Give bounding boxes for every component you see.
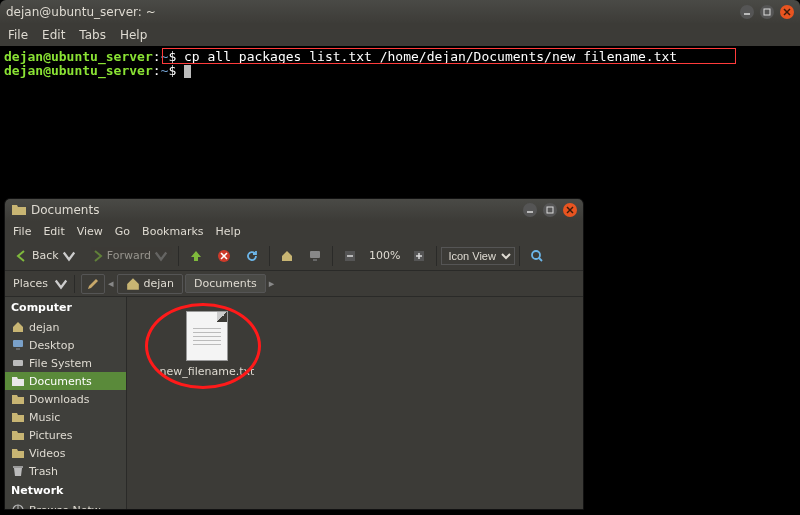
- stop-button[interactable]: [211, 246, 237, 266]
- chevron-down-icon[interactable]: [54, 277, 68, 291]
- stop-icon: [217, 249, 231, 263]
- menu-tabs[interactable]: Tabs: [79, 28, 106, 42]
- zoom-out-icon: [343, 249, 357, 263]
- svg-line-19: [539, 258, 542, 261]
- terminal-titlebar: dejan@ubuntu_server: ~: [0, 0, 800, 24]
- up-button[interactable]: [183, 246, 209, 266]
- folder-icon: [11, 374, 25, 388]
- svg-rect-20: [13, 340, 23, 347]
- sidebar-item-downloads[interactable]: Downloads: [5, 390, 126, 408]
- fm-menu-file[interactable]: File: [13, 225, 31, 238]
- sidebar-item-dejan[interactable]: dejan: [5, 318, 126, 336]
- terminal-line-2: dejan@ubuntu_server:~$: [4, 64, 796, 78]
- svg-rect-22: [13, 360, 23, 366]
- file-manager-window: Documents File Edit View Go Bookmarks He…: [4, 198, 584, 510]
- menu-file[interactable]: File: [8, 28, 28, 42]
- folder-icon: [11, 446, 25, 460]
- menu-edit[interactable]: Edit: [42, 28, 65, 42]
- svg-rect-1: [764, 9, 770, 15]
- sidebar-item-documents[interactable]: Documents: [5, 372, 126, 390]
- computer-button[interactable]: [302, 246, 328, 266]
- fm-toolbar: Back Forward 100% Icon View: [5, 241, 583, 271]
- svg-point-18: [532, 251, 540, 259]
- file-item[interactable]: new_filename.txt: [157, 311, 257, 378]
- search-button[interactable]: [524, 246, 550, 266]
- fm-menu-view[interactable]: View: [77, 225, 103, 238]
- fm-title: Documents: [31, 203, 523, 217]
- fm-window-buttons: [523, 203, 577, 217]
- svg-rect-21: [16, 348, 20, 350]
- prompt-user: dejan@ubuntu_server: [4, 49, 153, 64]
- file-label: new_filename.txt: [157, 365, 257, 378]
- back-button[interactable]: Back: [9, 246, 82, 266]
- folder-icon: [11, 428, 25, 442]
- toolbar-separator: [519, 246, 520, 266]
- window-buttons: [740, 5, 794, 19]
- zoom-in-icon: [412, 249, 426, 263]
- maximize-button[interactable]: [760, 5, 774, 19]
- fm-menu-bookmarks[interactable]: Bookmarks: [142, 225, 203, 238]
- menu-help[interactable]: Help: [120, 28, 147, 42]
- toolbar-separator: [269, 246, 270, 266]
- pencil-icon: [86, 277, 100, 291]
- chevron-down-icon: [154, 249, 168, 263]
- forward-button[interactable]: Forward: [84, 246, 174, 266]
- sidebar-item-desktop[interactable]: Desktop: [5, 336, 126, 354]
- reload-button[interactable]: [239, 246, 265, 266]
- view-mode-select[interactable]: Icon View: [441, 247, 515, 265]
- minimize-button[interactable]: [740, 5, 754, 19]
- home-icon: [11, 320, 25, 334]
- home-button[interactable]: [274, 246, 300, 266]
- reload-icon: [245, 249, 259, 263]
- fm-minimize-button[interactable]: [523, 203, 537, 217]
- sidebar-item-videos[interactable]: Videos: [5, 444, 126, 462]
- arrow-right-icon: [90, 249, 104, 263]
- network-icon: [11, 503, 25, 510]
- fm-content-area[interactable]: new_filename.txt: [127, 297, 583, 510]
- terminal-menubar: File Edit Tabs Help: [0, 24, 800, 46]
- toolbar-separator: [332, 246, 333, 266]
- fm-sidebar: Computer dejan Desktop File System Docum…: [5, 297, 127, 510]
- sidebar-header-computer: Computer: [5, 297, 126, 318]
- text-file-icon: [186, 311, 228, 361]
- zoom-out-button[interactable]: [337, 246, 363, 266]
- fm-locationbar: Places ◂ dejan Documents ▸: [5, 271, 583, 297]
- crumb-separator: ▸: [268, 277, 276, 290]
- fm-close-button[interactable]: [563, 203, 577, 217]
- computer-icon: [308, 249, 322, 263]
- sidebar-item-trash[interactable]: Trash: [5, 462, 126, 480]
- places-label: Places: [9, 277, 52, 290]
- folder-icon: [11, 410, 25, 424]
- sidebar-item-browse-network[interactable]: Browse Netw…: [5, 501, 126, 510]
- location-edit-button[interactable]: [81, 274, 105, 294]
- terminal-line-1: dejan@ubuntu_server:~$ cp all_packages_l…: [4, 50, 796, 64]
- svg-rect-5: [547, 207, 553, 213]
- chevron-down-icon: [62, 249, 76, 263]
- zoom-in-button[interactable]: [406, 246, 432, 266]
- sidebar-item-music[interactable]: Music: [5, 408, 126, 426]
- fm-menubar: File Edit View Go Bookmarks Help: [5, 221, 583, 241]
- cursor: [184, 65, 191, 78]
- breadcrumb-dejan[interactable]: dejan: [117, 274, 184, 294]
- home-icon: [280, 249, 294, 263]
- svg-rect-23: [13, 466, 23, 468]
- svg-rect-12: [313, 259, 317, 261]
- breadcrumb-documents[interactable]: Documents: [185, 274, 266, 293]
- toolbar-separator: [436, 246, 437, 266]
- sidebar-item-filesystem[interactable]: File System: [5, 354, 126, 372]
- crumb-separator: ◂: [107, 277, 115, 290]
- fm-menu-help[interactable]: Help: [216, 225, 241, 238]
- fm-menu-go[interactable]: Go: [115, 225, 130, 238]
- fm-menu-edit[interactable]: Edit: [43, 225, 64, 238]
- location-separator: [74, 275, 75, 293]
- fm-maximize-button[interactable]: [543, 203, 557, 217]
- sidebar-item-pictures[interactable]: Pictures: [5, 426, 126, 444]
- fm-body: Computer dejan Desktop File System Docum…: [5, 297, 583, 510]
- arrow-up-icon: [189, 249, 203, 263]
- svg-rect-11: [310, 251, 320, 258]
- desktop-icon: [11, 338, 25, 352]
- toolbar-separator: [178, 246, 179, 266]
- drive-icon: [11, 356, 25, 370]
- close-button[interactable]: [780, 5, 794, 19]
- trash-icon: [11, 464, 25, 478]
